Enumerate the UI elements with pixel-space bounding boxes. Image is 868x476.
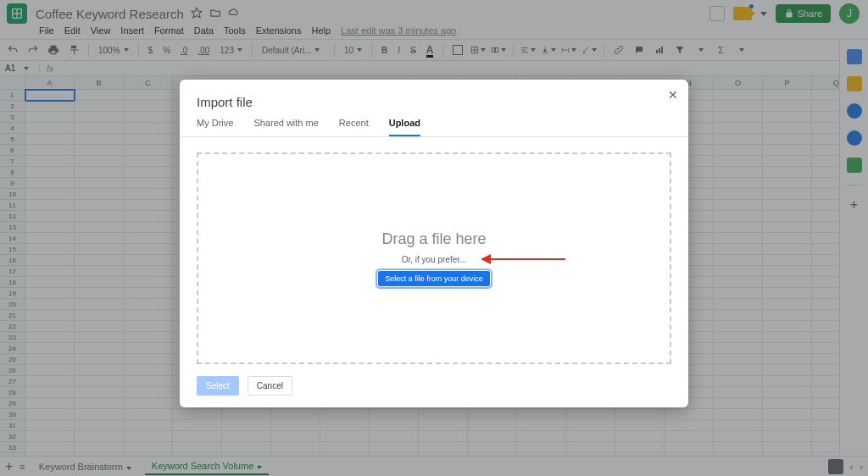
modal-title: Import file — [180, 80, 688, 118]
tab-recent[interactable]: Recent — [339, 118, 369, 136]
select-file-button[interactable]: Select a file from your device — [378, 271, 490, 286]
tab-shared-with-me[interactable]: Shared with me — [253, 118, 318, 136]
upload-drop-zone[interactable]: Drag a file here Or, if you prefer... Se… — [197, 152, 671, 364]
tab-upload[interactable]: Upload — [389, 118, 420, 136]
modal-actions: Select Cancel — [180, 376, 688, 396]
or-text: Or, if you prefer... — [402, 255, 467, 264]
modal-overlay: ✕ Import file My Drive Shared with me Re… — [0, 0, 868, 476]
tab-my-drive[interactable]: My Drive — [197, 118, 233, 136]
cancel-button[interactable]: Cancel — [248, 376, 292, 396]
drag-text: Drag a file here — [381, 230, 486, 248]
import-file-modal: ✕ Import file My Drive Shared with me Re… — [180, 80, 688, 407]
close-icon[interactable]: ✕ — [668, 88, 678, 102]
select-button[interactable]: Select — [197, 376, 239, 396]
modal-tabs: My Drive Shared with me Recent Upload — [180, 118, 688, 137]
